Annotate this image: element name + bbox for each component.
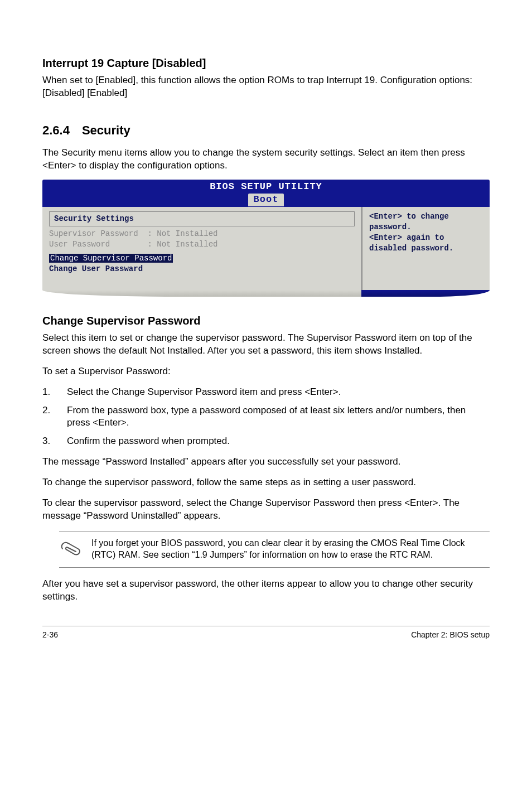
note-block: If you forget your BIOS password, you ca…: [59, 532, 490, 568]
footer-page-num: 2-36: [42, 630, 58, 640]
bios-header: BIOS SETUP UTILITY Boot: [42, 180, 490, 207]
section-number: 2.6.4: [42, 122, 70, 139]
step-list: 1. Select the Change Supervisor Password…: [42, 386, 490, 448]
bios-supervisor-row: Supervisor Password : Not Installed: [49, 229, 355, 239]
section-intro: The Security menu items allow you to cha…: [42, 147, 490, 172]
bios-help-l4: disabled password.: [369, 243, 483, 254]
bios-body: Security Settings Supervisor Password : …: [42, 207, 490, 289]
step-3: 3. Confirm the password when prompted.: [42, 435, 490, 448]
bios-security-settings-label: Security Settings: [54, 214, 134, 223]
page-2-36: Interrupt 19 Capture [Disabled] When set…: [42, 0, 490, 651]
bios-change-supervisor: Change Supervisor Password: [49, 253, 355, 264]
csp-p2: To set a Supervisor Password:: [42, 365, 490, 378]
step-2-text: From the password box, type a password c…: [67, 404, 490, 430]
csp-p1: Select this item to set or change the su…: [42, 332, 490, 357]
bios-setup-screenshot: BIOS SETUP UTILITY Boot Security Setting…: [42, 180, 490, 296]
paperclip-icon: [59, 538, 84, 562]
csp-p4: To change the supervisor password, follo…: [42, 476, 490, 489]
bios-help-l1: <Enter> to change: [369, 211, 483, 222]
section-header-row: 2.6.4 Security: [42, 122, 490, 139]
bios-bottom-curve: [42, 290, 490, 297]
bios-help-l2: password.: [369, 222, 483, 233]
step-2: 2. From the password box, type a passwor…: [42, 404, 490, 430]
footer-chapter: Chapter 2: BIOS setup: [411, 630, 490, 640]
bios-tab-boot: Boot: [248, 194, 284, 206]
interrupt-heading: Interrupt 19 Capture [Disabled]: [42, 56, 490, 71]
page-footer: 2-36 Chapter 2: BIOS setup: [42, 626, 490, 640]
csp-p3: The message “Password Installed” appears…: [42, 456, 490, 468]
after-note-paragraph: After you have set a supervisor password…: [42, 578, 490, 603]
bios-help-l3: <Enter> again to: [369, 233, 483, 243]
section-title: Security: [82, 122, 130, 139]
bios-title: BIOS SETUP UTILITY: [210, 181, 322, 194]
step-2-num: 2.: [42, 404, 54, 430]
csp-heading: Change Supervisor Password: [42, 313, 490, 328]
bios-left-pane: Security Settings Supervisor Password : …: [42, 207, 361, 289]
interrupt-body: When set to [Enabled], this function all…: [42, 74, 490, 100]
step-3-num: 3.: [42, 435, 54, 448]
bios-user-row: User Password : Not Installed: [49, 239, 355, 250]
bios-change-user: Change User Passward: [49, 264, 355, 274]
step-1-text: Select the Change Supervisor Password it…: [67, 386, 490, 399]
bios-help-pane: <Enter> to change password. <Enter> agai…: [361, 207, 490, 289]
step-1-num: 1.: [42, 386, 54, 399]
step-1: 1. Select the Change Supervisor Password…: [42, 386, 490, 399]
step-3-text: Confirm the password when prompted.: [67, 435, 490, 448]
note-text: If you forget your BIOS password, you ca…: [91, 538, 490, 561]
csp-p5: To clear the supervisor password, select…: [42, 497, 490, 523]
